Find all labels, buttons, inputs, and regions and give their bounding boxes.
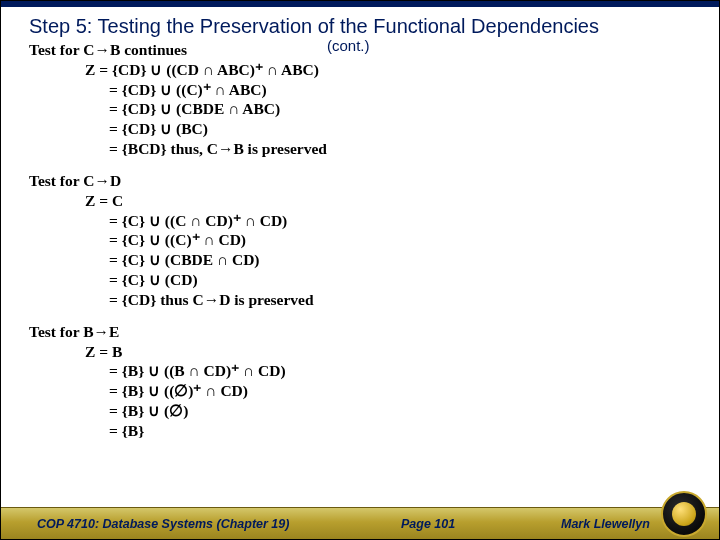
block-heading: Test for B→E <box>29 322 699 342</box>
footer-course: COP 4710: Database Systems (Chapter 19) <box>37 517 289 531</box>
eq-line: = {B} ∪ ((∅)⁺ ∩ CD) <box>29 381 699 401</box>
eq-line: = {C} ∪ ((C ∩ CD)⁺ ∩ CD) <box>29 211 699 231</box>
eq-line: = {C} ∪ (CD) <box>29 270 699 290</box>
eq-line: Z = C <box>29 191 699 211</box>
block-heading: Test for C→D <box>29 171 699 191</box>
eq-line: = {CD} ∪ ((C)⁺ ∩ ABC) <box>29 80 699 100</box>
eq-line: = {B} ∪ ((B ∩ CD)⁺ ∩ CD) <box>29 361 699 381</box>
footer-page: Page 101 <box>401 517 455 531</box>
slide: Step 5: Testing the Preservation of the … <box>0 0 720 540</box>
eq-line: = {C} ∪ ((C)⁺ ∩ CD) <box>29 230 699 250</box>
eq-line: = {B} ∪ (∅) <box>29 401 699 421</box>
test-block-1: Test for C→B continues Z = {CD} ∪ ((CD ∩… <box>29 40 699 159</box>
eq-line: = {CD} ∪ (CBDE ∩ ABC) <box>29 99 699 119</box>
eq-line: Z = {CD} ∪ ((CD ∩ ABC)⁺ ∩ ABC) <box>29 60 699 80</box>
eq-line: = {CD} thus C→D is preserved <box>29 290 699 310</box>
footer-author: Mark Llewellyn <box>561 517 650 531</box>
slide-title: Step 5: Testing the Preservation of the … <box>1 7 719 38</box>
ucf-logo <box>661 491 707 537</box>
test-block-3: Test for B→E Z = B = {B} ∪ ((B ∩ CD)⁺ ∩ … <box>29 322 699 441</box>
eq-line: = {BCD} thus, C→B is preserved <box>29 139 699 159</box>
slide-body: Test for C→B continues Z = {CD} ∪ ((CD ∩… <box>1 38 719 441</box>
footer-bar: COP 4710: Database Systems (Chapter 19) … <box>1 507 719 539</box>
continued-label: (cont.) <box>327 37 370 54</box>
eq-line: Z = B <box>29 342 699 362</box>
eq-line: = {CD} ∪ (BC) <box>29 119 699 139</box>
eq-line: = {B} <box>29 421 699 441</box>
test-block-2: Test for C→D Z = C = {C} ∪ ((C ∩ CD)⁺ ∩ … <box>29 171 699 310</box>
eq-line: = {C} ∪ (CBDE ∩ CD) <box>29 250 699 270</box>
logo-pegasus-icon <box>672 502 696 526</box>
